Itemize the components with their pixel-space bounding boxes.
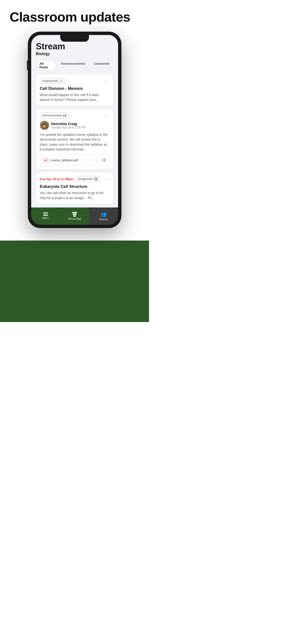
nav-school-app[interactable]: School App xyxy=(60,208,89,225)
stack-layer-1 xyxy=(72,212,77,213)
page-background: Classroom updates Stream Biology xyxy=(0,0,149,322)
author-date: Sunday, Apr 19 at 2:35 PM xyxy=(51,126,86,129)
attachment-count[interactable]: +1 xyxy=(98,154,109,166)
bottom-nav: Menu School App 👥 Rooms xyxy=(31,208,118,225)
nav-school-label: School App xyxy=(68,217,81,220)
author-info: Henrietta Craig Sunday, Apr 19 at 2:35 P… xyxy=(51,122,86,129)
menu-icon xyxy=(43,212,48,216)
assessment-title: Cell Division - Meiosis xyxy=(40,86,109,91)
nav-rooms-label: Rooms xyxy=(99,218,108,221)
tab-announcements[interactable]: Announcements xyxy=(57,60,89,71)
card-more-button-3[interactable]: ··· xyxy=(104,176,109,182)
author-name: Henrietta Craig xyxy=(51,122,86,126)
attachment-row: pdf course_syllabus.pdf +1 xyxy=(40,154,109,166)
assignment-tags: Due Apr 25 at 11:59pm Assignment ☑️ xyxy=(40,176,100,182)
page-title: Classroom updates xyxy=(10,10,139,24)
announcement-body: I've posted the updated course syllabus … xyxy=(40,132,109,152)
nav-rooms[interactable]: 👥 Rooms xyxy=(89,208,118,225)
tab-classwork[interactable]: Classwork xyxy=(90,60,113,71)
assignment-tag: Assignment ☑️ xyxy=(75,176,100,182)
assignment-title: Eukaryote Cell Structure xyxy=(40,184,109,189)
stream-subject: Biology xyxy=(36,52,113,56)
announcement-tag: Announcement 📢 xyxy=(40,112,69,118)
avatar-image: 👩 xyxy=(40,121,49,130)
school-app-icon xyxy=(72,212,77,216)
attachment-filename: course_syllabus.pdf xyxy=(51,158,78,162)
assessment-icon: 📈 xyxy=(59,79,63,83)
page-title-area: Classroom updates xyxy=(0,0,149,29)
assessment-body: What would happen to this cell if it wer… xyxy=(40,92,109,102)
phone-screen: Stream Biology All Posts Announcements xyxy=(31,35,118,225)
assignment-body: You can use them as resources to go to f… xyxy=(40,190,109,200)
app-content: Stream Biology All Posts Announcements xyxy=(31,35,118,208)
phone-frame: Stream Biology All Posts Announcements xyxy=(28,32,121,228)
assignment-card[interactable]: Due Apr 25 at 11:59pm Assignment ☑️ ··· … xyxy=(36,172,113,204)
phone-mockup: Stream Biology All Posts Announcements xyxy=(0,29,149,228)
nav-menu[interactable]: Menu xyxy=(31,208,60,225)
announcement-card[interactable]: Announcement 📢 ··· 👩 Henrietta xyxy=(36,109,113,170)
menu-line-3 xyxy=(43,215,48,216)
assignment-icon: ☑️ xyxy=(94,177,98,181)
pdf-icon: pdf xyxy=(43,157,49,163)
card-more-button-2[interactable]: ··· xyxy=(104,113,109,118)
screen-content: Stream Biology All Posts Announcements xyxy=(31,35,118,225)
assignment-tag-row: Due Apr 25 at 11:59pm Assignment ☑️ ··· xyxy=(40,176,109,182)
due-label: Due Apr 25 at 11:59pm xyxy=(40,177,73,181)
tabs-row: All Posts Announcements Classwork xyxy=(36,60,113,71)
green-accent-bg xyxy=(0,240,149,322)
rooms-icon: 👥 xyxy=(100,211,106,217)
card-tag-row-2: Announcement 📢 ··· xyxy=(40,112,109,118)
avatar: 👩 xyxy=(40,121,49,130)
stack-layer-2 xyxy=(73,214,77,215)
stream-title: Stream xyxy=(36,42,113,51)
nav-menu-label: Menu xyxy=(42,216,49,220)
author-row: 👩 Henrietta Craig Sunday, Apr 19 at 2:35… xyxy=(40,121,109,130)
stack-layer-3 xyxy=(73,216,76,216)
menu-line-2 xyxy=(43,214,48,215)
card-tag-row: Assessment 📈 ··· xyxy=(40,78,109,84)
menu-line-1 xyxy=(43,212,48,213)
tab-all-posts[interactable]: All Posts xyxy=(36,60,56,71)
phone-notch xyxy=(60,35,89,42)
assessment-card[interactable]: Assessment 📈 ··· Cell Division - Meiosis… xyxy=(36,74,113,106)
announcement-icon: 📢 xyxy=(63,114,66,117)
card-more-button[interactable]: ··· xyxy=(104,78,109,84)
assessment-tag: Assessment 📈 xyxy=(40,78,66,84)
stream-header: Stream Biology xyxy=(36,42,113,56)
attachment-pdf[interactable]: pdf course_syllabus.pdf xyxy=(40,154,96,166)
